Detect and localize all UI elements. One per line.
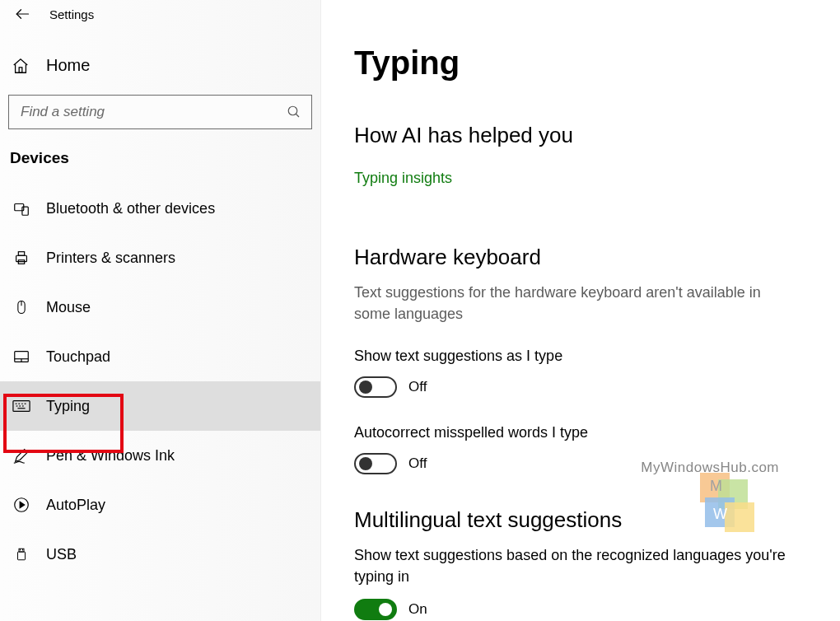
setting-label-multilingual: Show text suggestions based on the recog… — [354, 544, 799, 587]
sidebar-item-pen[interactable]: Pen & Windows Ink — [0, 431, 320, 480]
search-wrap — [0, 95, 320, 129]
svg-point-2 — [288, 106, 297, 115]
svg-marker-24 — [20, 502, 25, 507]
svg-text:M: M — [710, 478, 722, 494]
hardware-heading: Hardware keyboard — [354, 245, 807, 270]
watermark-text: MyWindowsHub.com — [641, 460, 779, 476]
usb-icon — [12, 545, 31, 563]
svg-rect-7 — [18, 252, 24, 256]
typing-insights-link[interactable]: Typing insights — [354, 170, 807, 187]
sidebar-item-label: Bluetooth & other devices — [46, 200, 215, 217]
sidebar-item-label: USB — [46, 546, 77, 563]
search-input[interactable] — [21, 104, 287, 120]
setting-label-autocorrect: Autocorrect misspelled words I type — [354, 424, 807, 441]
toggle-state: Off — [408, 379, 427, 395]
multilingual-heading: Multilingual text suggestions — [354, 507, 807, 533]
topbar: Settings — [0, 2, 320, 25]
sidebar-category: Devices — [0, 129, 320, 184]
sidebar-item-label: Mouse — [46, 299, 91, 316]
nav-list: Bluetooth & other devices Printers & sca… — [0, 184, 320, 579]
pen-icon — [12, 446, 31, 465]
app-title: Settings — [49, 7, 94, 21]
page-title: Typing — [354, 44, 807, 82]
sidebar: Settings Home Devices Bluetooth & ot — [0, 0, 321, 621]
bluetooth-devices-icon — [12, 199, 31, 217]
search-box[interactable] — [8, 95, 312, 129]
printer-icon — [12, 249, 31, 267]
back-arrow-icon — [15, 7, 30, 21]
sidebar-item-label: Typing — [46, 398, 90, 415]
search-icon — [287, 105, 301, 119]
svg-line-3 — [296, 114, 299, 117]
back-button[interactable] — [15, 7, 35, 21]
svg-rect-26 — [18, 552, 26, 560]
svg-rect-25 — [19, 549, 24, 552]
main-content: Typing How AI has helped you Typing insi… — [321, 0, 840, 621]
svg-rect-14 — [13, 401, 30, 412]
toggle-multilingual[interactable] — [354, 599, 397, 620]
sidebar-item-printers[interactable]: Printers & scanners — [0, 233, 320, 282]
sidebar-item-usb[interactable]: USB — [0, 530, 320, 579]
hardware-note: Text suggestions for the hardware keyboa… — [354, 282, 799, 325]
sidebar-item-autoplay[interactable]: AutoPlay — [0, 480, 320, 530]
sidebar-item-bluetooth[interactable]: Bluetooth & other devices — [0, 184, 320, 233]
toggle-state: Off — [408, 455, 427, 472]
sidebar-item-touchpad[interactable]: Touchpad — [0, 332, 320, 381]
svg-rect-30 — [718, 479, 748, 509]
sidebar-item-label: Printers & scanners — [46, 250, 175, 267]
home-label: Home — [46, 56, 90, 75]
mouse-icon — [12, 298, 31, 316]
nav-home[interactable]: Home — [0, 25, 320, 95]
autoplay-icon — [12, 496, 31, 514]
ai-section-heading: How AI has helped you — [354, 123, 807, 148]
setting-label-suggestions: Show text suggestions as I type — [354, 348, 807, 365]
sidebar-item-typing[interactable]: Typing — [0, 381, 320, 431]
svg-rect-29 — [700, 473, 730, 502]
home-icon — [12, 57, 31, 75]
toggle-autocorrect[interactable] — [354, 453, 397, 474]
toggle-state: On — [408, 601, 427, 618]
keyboard-icon — [12, 399, 31, 413]
toggle-text-suggestions[interactable] — [354, 376, 397, 398]
touchpad-icon — [12, 348, 31, 366]
sidebar-item-mouse[interactable]: Mouse — [0, 282, 320, 332]
sidebar-item-label: AutoPlay — [46, 497, 105, 514]
sidebar-item-label: Pen & Windows Ink — [46, 447, 175, 465]
svg-rect-1 — [19, 67, 22, 72]
svg-rect-6 — [16, 255, 27, 261]
sidebar-item-label: Touchpad — [46, 348, 110, 366]
